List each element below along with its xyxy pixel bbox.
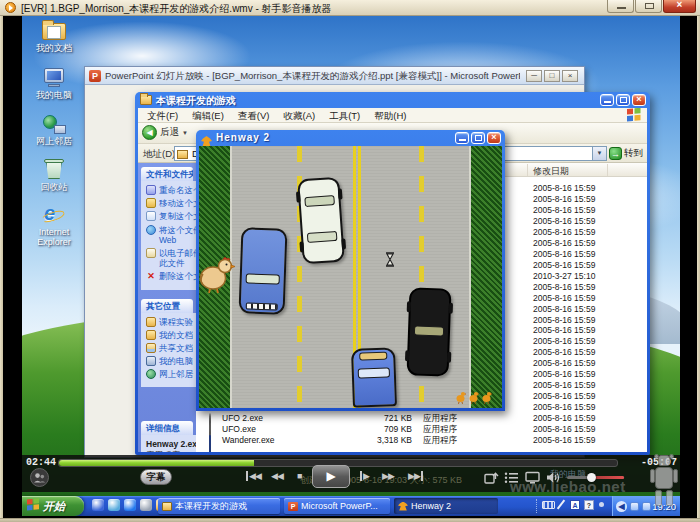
blue-car xyxy=(239,227,288,315)
file-task-item[interactable]: 重命名这个文件 xyxy=(146,185,196,195)
menu-item[interactable]: 帮助(H) xyxy=(367,109,413,124)
column-separator[interactable] xyxy=(527,164,528,176)
quicklaunch-ie-icon[interactable] xyxy=(124,499,136,511)
start-button[interactable]: 开始 xyxy=(22,496,84,516)
desktop-icon-internet-explorer[interactable]: eInternet Explorer xyxy=(26,204,82,248)
maximize-button[interactable] xyxy=(471,132,485,144)
step-button[interactable]: ▶ xyxy=(360,471,369,481)
modified-date-cell[interactable]: 2005-8-16 15:59 xyxy=(533,435,595,446)
player-titlebar[interactable]: [EVR] 1.BGP_Morrison_本课程开发的游戏介绍.wmv - 射手… xyxy=(0,0,700,16)
modified-date-cell[interactable]: 2005-8-16 15:59 xyxy=(533,358,595,369)
quicklaunch-desktop-icon[interactable] xyxy=(140,499,152,511)
modified-date-cell[interactable]: 2005-8-16 15:59 xyxy=(533,216,595,227)
menu-item[interactable]: 文件(F) xyxy=(140,109,185,124)
file-list-row[interactable]: UFO 2.exe721 KB应用程序 xyxy=(196,413,526,424)
desktop-icon-recycle-bin[interactable]: 回收站 xyxy=(26,159,82,193)
account-button[interactable] xyxy=(30,468,49,487)
modified-date-cell[interactable]: 2005-8-16 15:59 xyxy=(533,249,595,260)
desktop-icon-my-documents[interactable]: 我的文档 xyxy=(26,20,82,54)
quicklaunch-messenger-icon[interactable] xyxy=(108,499,120,511)
modified-date-cell[interactable]: 2005-8-16 15:59 xyxy=(533,282,595,293)
desktop-icon-network-places[interactable]: 网上邻居 xyxy=(26,113,82,147)
modified-date-cell[interactable]: 2005-8-16 15:59 xyxy=(533,325,595,336)
close-button[interactable]: × xyxy=(632,94,646,106)
stop-button[interactable]: ■ xyxy=(297,471,301,481)
rewind-button[interactable]: ◀◀ xyxy=(271,471,283,481)
place-item[interactable]: 我的电脑 xyxy=(146,356,196,366)
go-button[interactable]: → 转到 xyxy=(609,146,645,161)
file-task-item[interactable]: 将这个文件发布到 Web xyxy=(146,225,196,245)
explorer-titlebar[interactable]: 本课程开发的游戏 × xyxy=(135,92,650,108)
modified-date-cell[interactable]: 2005-8-16 15:59 xyxy=(533,315,595,326)
pen-icon[interactable] xyxy=(557,500,565,510)
close-button[interactable]: × xyxy=(562,70,578,82)
modified-date-cell[interactable]: 2005-8-16 15:59 xyxy=(533,369,595,380)
previous-button[interactable]: ◀◀ xyxy=(246,471,261,481)
desktop-icon-my-computer[interactable]: 我的电脑 xyxy=(26,67,82,101)
file-list-row[interactable]: UFO.exe709 KB应用程序 xyxy=(196,424,526,435)
file-task-item[interactable]: 移动这个文件 xyxy=(146,198,196,208)
modified-date-cell[interactable]: 2005-8-16 15:59 xyxy=(533,391,595,402)
modified-date-cell[interactable]: 2005-8-16 15:59 xyxy=(533,183,595,194)
maximize-button[interactable] xyxy=(635,0,662,13)
modified-date-cell[interactable]: 2005-8-16 15:59 xyxy=(533,194,595,205)
column-separator[interactable] xyxy=(607,164,608,176)
quicklaunch-player-icon[interactable] xyxy=(92,499,104,511)
modified-date-cell[interactable]: 2005-8-16 15:59 xyxy=(533,238,595,249)
next-button[interactable]: ▶▶ xyxy=(408,471,423,481)
details-header[interactable]: 详细信息 xyxy=(141,421,193,435)
help-icon[interactable]: ? xyxy=(584,500,594,510)
fast-forward-button[interactable]: ▶▶ xyxy=(382,471,394,481)
file-task-item[interactable]: ✕删除这个文件 xyxy=(146,271,196,281)
close-button[interactable]: × xyxy=(487,132,501,144)
place-item[interactable]: 共享文档 xyxy=(146,343,196,353)
place-item[interactable]: 网上邻居 xyxy=(146,369,196,379)
back-button[interactable]: ◀ 后退 ▼ xyxy=(142,125,188,140)
modified-date-cell[interactable]: 2005-8-16 15:59 xyxy=(533,260,595,271)
file-task-item[interactable]: 复制这个文件 xyxy=(146,211,196,221)
modified-date-cell[interactable]: 2005-8-16 15:59 xyxy=(533,227,595,238)
minimize-button[interactable] xyxy=(600,94,614,106)
modified-date-cell[interactable]: 2005-8-16 15:59 xyxy=(533,304,595,315)
minimize-button[interactable]: ─ xyxy=(526,70,542,82)
modified-date-cell[interactable]: 2005-8-16 15:59 xyxy=(533,336,595,347)
menu-item[interactable]: 查看(V) xyxy=(231,109,277,124)
ime-icon[interactable]: A xyxy=(570,500,580,510)
game-titlebar[interactable]: Henway 2 × xyxy=(196,130,505,146)
powerpoint-titlebar[interactable]: P PowerPoint 幻灯片放映 - [BGP_Morrison_本课程开发… xyxy=(85,67,584,85)
modified-date-cell[interactable]: 2005-8-16 15:59 xyxy=(533,293,595,304)
place-item[interactable]: 课程实验 xyxy=(146,317,196,327)
file-list-row[interactable]: Wanderer.exe3,318 KB应用程序 xyxy=(196,435,526,446)
status-dot-icon[interactable] xyxy=(599,502,604,507)
other-places-header[interactable]: 其它位置 xyxy=(141,299,193,313)
modified-date-cell[interactable]: 2005-8-16 15:59 xyxy=(533,413,595,424)
tray-chevron-icon[interactable]: ◀ xyxy=(616,501,627,512)
column-modified-date[interactable]: 修改日期 xyxy=(533,165,569,178)
menu-item[interactable]: 收藏(A) xyxy=(276,109,322,124)
minimize-button[interactable] xyxy=(455,132,469,144)
menu-item[interactable]: 编辑(E) xyxy=(185,109,231,124)
minimize-button[interactable] xyxy=(607,0,634,13)
maximize-button[interactable] xyxy=(616,94,630,106)
taskbar-task-2[interactable]: PMicrosoft PowerP... xyxy=(284,498,390,514)
modified-date-cell[interactable]: 2005-8-16 15:59 xyxy=(533,380,595,391)
subtitle-button[interactable]: 字幕 xyxy=(140,469,172,485)
taskbar-task-3[interactable]: Henway 2 xyxy=(394,498,498,514)
modified-date-cell[interactable]: 2005-8-16 15:59 xyxy=(533,205,595,216)
open-file-icon[interactable] xyxy=(484,470,499,488)
keyboard-icon[interactable] xyxy=(542,501,555,509)
file-task-item[interactable]: 以电子邮件形式发送 此文件 xyxy=(146,248,196,268)
play-button[interactable]: ▶ xyxy=(312,465,350,488)
place-item[interactable]: 我的文档 xyxy=(146,330,196,340)
taskbar-task-1[interactable]: 本课程开发的游戏 xyxy=(158,498,280,514)
file-tasks-header[interactable]: 文件和文件夹任务 xyxy=(141,167,193,181)
modified-date-cell[interactable]: 2005-8-16 15:59 xyxy=(533,424,595,435)
address-dropdown-button[interactable]: ▼ xyxy=(592,147,606,160)
modified-date-cell[interactable]: 2010-3-27 15:10 xyxy=(533,271,595,282)
modified-date-cell[interactable]: 2005-8-16 15:59 xyxy=(533,402,595,413)
modified-date-cell[interactable]: 2005-8-16 15:59 xyxy=(533,347,595,358)
close-button[interactable]: × xyxy=(663,0,696,13)
maximize-button[interactable]: □ xyxy=(544,70,560,82)
menu-item[interactable]: 工具(T) xyxy=(322,109,367,124)
tray-icon-a[interactable] xyxy=(630,502,639,511)
